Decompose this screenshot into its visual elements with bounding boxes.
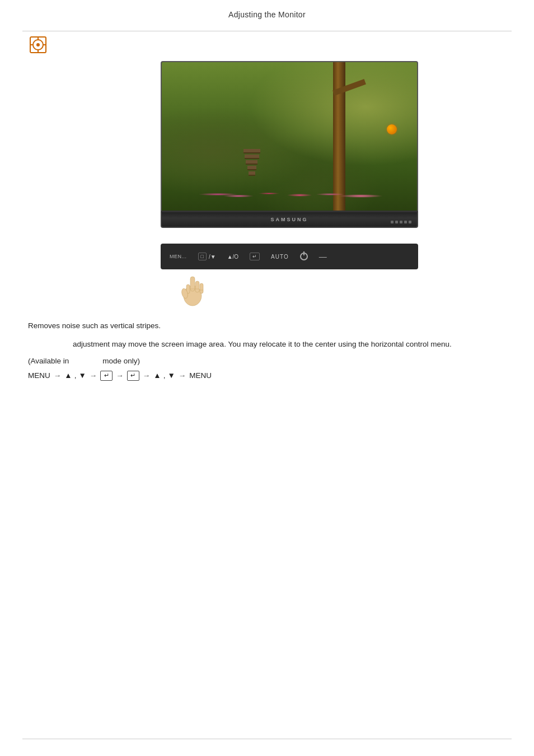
monitor-screen [161,61,418,212]
svg-rect-9 [195,281,199,292]
page-title: Adjusting the Monitor [228,10,306,19]
monitor-image-area: SAMSUNG MEN... □ /▼ ▲/O ↵ AUTO [0,61,534,303]
indent-note: adjustment may move the screen image are… [73,338,506,351]
btn-div-down: □ /▼ [198,253,216,260]
available-text: (Available in mode only) [28,357,506,365]
hand-cursor-icon [172,269,217,309]
coarse-adjust-icon [28,35,48,55]
brand-logo: SAMSUNG [270,217,308,222]
btn-up-o: ▲/O [227,254,238,260]
enter-box-2: ↵ [127,371,139,381]
page-header: Adjusting the Monitor [0,0,534,25]
top-divider [22,31,512,31]
minus-btn: — [319,252,327,261]
description-text: Removes noise such as vertical stripes. [28,320,506,333]
enter-box-1: ↵ [100,371,113,381]
content-area: Removes noise such as vertical stripes. … [0,309,534,381]
monitor-bezel: SAMSUNG [161,212,418,228]
hand-cursor-area [161,269,418,303]
btn-enter: ↵ [250,253,260,260]
svg-rect-10 [200,283,203,293]
auto-btn: AUTO [271,254,289,260]
control-bar: MEN... □ /▼ ▲/O ↵ AUTO — [161,244,418,269]
orange-dot [387,124,397,134]
power-icon [300,253,308,260]
control-bar-wrapper: MEN... □ /▼ ▲/O ↵ AUTO — [161,244,418,269]
monitor-wrapper: SAMSUNG [161,61,418,235]
flowers [188,183,392,199]
menu-label: MEN... [170,254,187,259]
menu-navigation: MENU → ▲ , ▼ → ↵ → ↵ → ▲ , ▼ → MENU [28,371,506,381]
svg-point-6 [36,43,40,46]
pagoda [243,149,260,177]
bottom-divider [22,739,512,739]
monitor-controls [391,221,411,223]
